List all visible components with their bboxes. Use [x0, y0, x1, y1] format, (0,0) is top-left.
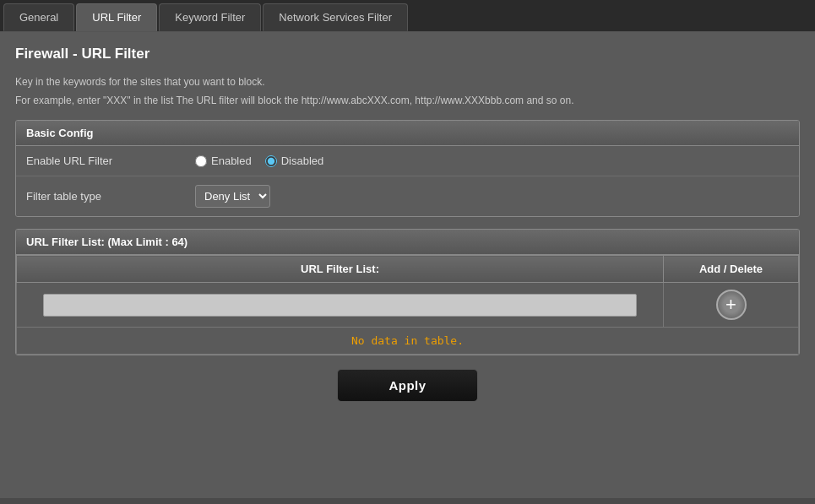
- basic-config-body: Enable URL Filter Enabled Disabled Filte…: [16, 146, 799, 216]
- url-filter-table-header-row: URL Filter List: Add / Delete: [17, 256, 799, 283]
- basic-config-header: Basic Config: [16, 121, 799, 146]
- apply-button[interactable]: Apply: [337, 369, 477, 402]
- col-add-delete: Add / Delete: [664, 256, 799, 283]
- url-filter-list-body: URL Filter List: Add / Delete + N: [16, 255, 799, 355]
- enabled-radio[interactable]: [195, 155, 207, 167]
- add-delete-cell: +: [664, 283, 799, 328]
- url-filter-list-section: URL Filter List: (Max Limit : 64) URL Fi…: [15, 229, 800, 355]
- col-url-filter-list: URL Filter List:: [17, 256, 664, 283]
- enable-url-filter-label: Enable URL Filter: [26, 154, 195, 167]
- apply-section: Apply: [15, 369, 800, 402]
- url-filter-table: URL Filter List: Add / Delete + N: [16, 255, 799, 355]
- no-data-row: No data in table.: [17, 328, 799, 355]
- main-content: Firewall - URL Filter Key in the keyword…: [0, 32, 815, 498]
- url-filter-input[interactable]: [43, 294, 638, 317]
- filter-table-type-label: Filter table type: [26, 190, 195, 203]
- description-line2: For example, enter "XXX" in the list The…: [15, 93, 800, 108]
- url-filter-input-cell: [17, 283, 664, 328]
- enabled-label: Enabled: [211, 154, 252, 167]
- tab-general[interactable]: General: [3, 3, 74, 31]
- url-filter-input-row: +: [17, 283, 799, 328]
- tab-keyword-filter[interactable]: Keyword Filter: [159, 3, 261, 31]
- tab-bar: General URL Filter Keyword Filter Networ…: [0, 0, 815, 32]
- no-data-cell: No data in table.: [17, 328, 799, 355]
- disabled-radio[interactable]: [265, 155, 277, 167]
- tab-network-services-filter[interactable]: Network Services Filter: [263, 3, 408, 31]
- filter-table-type-control: Deny List Allow List: [195, 185, 270, 208]
- page-title: Firewall - URL Filter: [15, 46, 800, 62]
- enabled-radio-label[interactable]: Enabled: [195, 154, 252, 167]
- disabled-radio-label[interactable]: Disabled: [265, 154, 324, 167]
- filter-table-type-select[interactable]: Deny List Allow List: [195, 185, 270, 208]
- basic-config-section: Basic Config Enable URL Filter Enabled D…: [15, 120, 800, 217]
- enable-url-filter-row: Enable URL Filter Enabled Disabled: [16, 146, 799, 176]
- enable-url-filter-control: Enabled Disabled: [195, 154, 323, 167]
- description-line1: Key in the keywords for the sites that y…: [15, 74, 800, 89]
- disabled-label: Disabled: [281, 154, 324, 167]
- url-filter-list-header: URL Filter List: (Max Limit : 64): [16, 230, 799, 255]
- tab-url-filter[interactable]: URL Filter: [76, 3, 157, 31]
- filter-table-type-row: Filter table type Deny List Allow List: [16, 176, 799, 216]
- add-url-button[interactable]: +: [716, 290, 747, 320]
